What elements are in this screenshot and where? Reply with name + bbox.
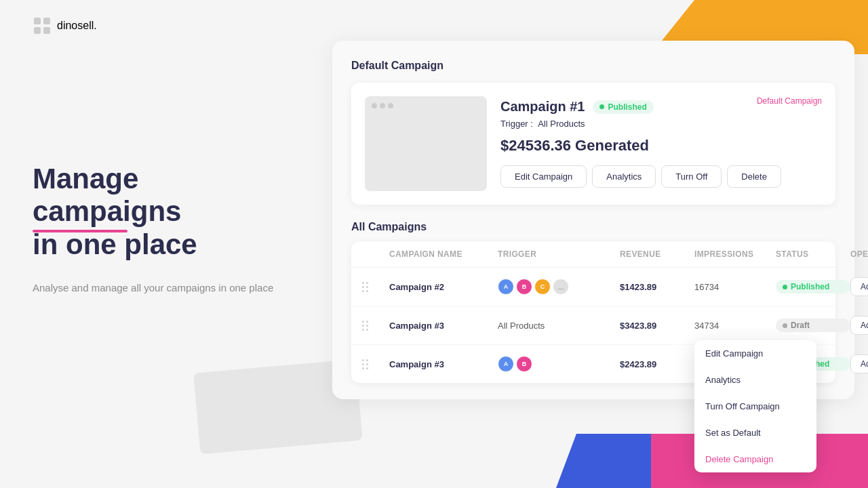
row1-name: Campaign #2	[389, 282, 498, 292]
dropdown-menu: Edit Campaign Analytics Turn Off Campaig…	[694, 340, 816, 472]
campaign-status-badge: Published	[593, 100, 653, 114]
logo-icon	[33, 16, 52, 35]
header-status: Status	[776, 249, 850, 259]
header-revenue: Revenue	[620, 249, 694, 259]
row2-name: Campaign #3	[389, 321, 498, 331]
row2-actions-button[interactable]: Actions ▲	[850, 316, 868, 335]
hero-panel: Manage campaigns in one place Analyse an…	[33, 163, 290, 296]
logo-text: dinosell.	[57, 20, 97, 32]
trigger-value: All Products	[538, 119, 585, 129]
delete-button[interactable]: Delete	[727, 165, 781, 188]
analytics-button[interactable]: Analytics	[592, 165, 656, 188]
default-campaign-label: Default Campaign	[757, 96, 822, 106]
avatar-1: A	[498, 356, 514, 372]
avatar-more: ...	[553, 279, 569, 295]
campaigns-table: Campaign Name Trigger Revenue Impression…	[351, 241, 835, 383]
row3-operations: Actions ▼	[850, 354, 868, 373]
row2-status-label: Draft	[791, 321, 810, 330]
avatar-3: C	[534, 279, 551, 295]
row2-status-badge: Draft	[776, 319, 850, 332]
drag-handle[interactable]	[362, 321, 389, 331]
campaign-thumbnail	[365, 96, 487, 191]
hero-description: Analyse and manage all your campaigns in…	[33, 280, 290, 296]
hero-line2: in one place	[33, 228, 197, 260]
table-row: Campaign #3 All Products $3423.89 34734 …	[351, 306, 835, 345]
campaign-actions: Edit Campaign Analytics Turn Off Delete	[500, 165, 822, 188]
row3-actions-button[interactable]: Actions ▼	[850, 354, 868, 373]
avatar-2: B	[516, 279, 532, 295]
header-campaign-name: Campaign Name	[389, 249, 498, 259]
header-operations: Operations	[850, 249, 868, 259]
thumbnail-dot-2	[380, 103, 385, 108]
svg-rect-0	[34, 18, 41, 24]
svg-rect-2	[34, 27, 41, 34]
row2-revenue: $3423.89	[620, 321, 694, 331]
row2-trigger: All Products	[498, 321, 620, 331]
row1-revenue: $1423.89	[620, 282, 694, 292]
dropdown-edit-campaign[interactable]: Edit Campaign	[694, 340, 816, 367]
row3-trigger-avatars: A B	[498, 356, 620, 372]
header-drag	[362, 249, 389, 259]
row1-status: Published	[776, 280, 850, 293]
header-trigger: Trigger	[498, 249, 620, 259]
table-row: Campaign #2 A B C ... $1423.89 16734 Pub…	[351, 268, 835, 306]
campaign-trigger-row: Trigger : All Products	[500, 119, 822, 129]
row1-status-label: Published	[791, 282, 829, 291]
turn-off-button[interactable]: Turn Off	[661, 165, 722, 188]
thumbnail-dot-3	[388, 103, 393, 108]
drag-handle[interactable]	[362, 359, 389, 369]
logo: dinosell.	[33, 16, 97, 35]
dropdown-delete-campaign[interactable]: Delete Campaign	[694, 446, 816, 472]
avatar-2: B	[516, 356, 532, 372]
row1-operations: Actions ▼	[850, 277, 868, 296]
row2-status: Draft	[776, 319, 850, 332]
table-header: Campaign Name Trigger Revenue Impression…	[351, 241, 835, 268]
thumbnail-dot-1	[372, 103, 377, 108]
row1-status-dot	[783, 285, 787, 289]
campaign-info: Campaign #1 Published Trigger : All Prod…	[500, 96, 822, 188]
dropdown-set-as-default[interactable]: Set as Default	[694, 420, 816, 446]
drag-handle[interactable]	[362, 282, 389, 292]
all-campaigns-title: All Campaigns	[351, 221, 835, 233]
default-campaign-card: Campaign #1 Published Trigger : All Prod…	[351, 83, 835, 205]
row3-revenue: $2423.89	[620, 359, 694, 369]
campaign-name: Campaign #1	[500, 99, 585, 115]
campaign-revenue: $24536.36 Generated	[500, 137, 822, 155]
row2-status-dot	[783, 323, 787, 328]
svg-rect-1	[43, 18, 50, 24]
dropdown-analytics[interactable]: Analytics	[694, 367, 816, 393]
svg-rect-3	[43, 27, 50, 34]
dropdown-turn-off-campaign[interactable]: Turn Off Campaign	[694, 393, 816, 420]
header-impressions: Impressions	[694, 249, 776, 259]
hero-line1: Manage campaigns	[33, 163, 290, 228]
campaign-status-label: Published	[608, 102, 646, 112]
thumbnail-dots	[372, 103, 393, 108]
row3-name: Campaign #3	[389, 359, 498, 369]
avatar-1: A	[498, 279, 514, 295]
row1-status-badge: Published	[776, 280, 850, 293]
trigger-label: Trigger :	[500, 119, 533, 129]
row2-operations: Actions ▲ Edit Campaign Analytics Turn O…	[850, 316, 868, 335]
edit-campaign-button[interactable]: Edit Campaign	[500, 165, 587, 188]
row1-impressions: 16734	[694, 282, 776, 292]
row1-trigger-avatars: A B C ...	[498, 279, 620, 295]
status-dot	[599, 104, 604, 109]
main-card: Default Campaign Campaign #1 Published T…	[332, 41, 854, 399]
row2-impressions: 34734	[694, 321, 776, 331]
row1-actions-button[interactable]: Actions ▼	[850, 277, 868, 296]
default-campaign-section-title: Default Campaign	[351, 60, 835, 72]
